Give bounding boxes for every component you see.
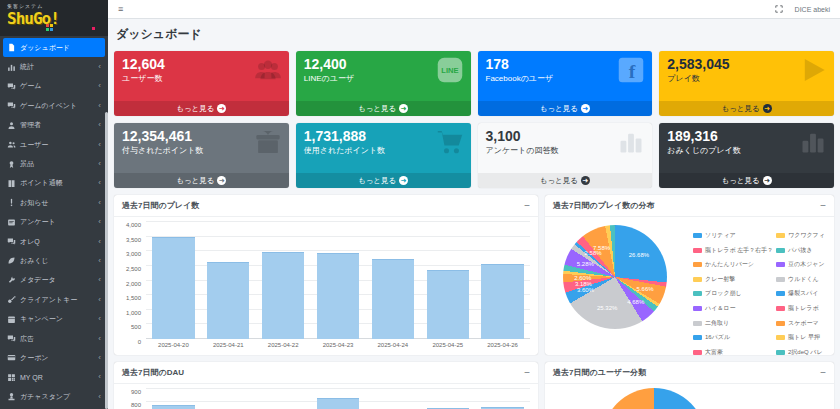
sidebar-item-users[interactable]: ユーザー‹: [3, 135, 105, 154]
legend-swatch: [776, 248, 785, 253]
legend-item[interactable]: ウルドくん: [776, 275, 825, 284]
sidebar-item-myqr[interactable]: MY QR‹: [3, 368, 105, 387]
card-points-used: 1,731,888使用されたポイント数もっと見る➜: [296, 123, 471, 188]
legend-label: 2択deQ バレ: [788, 348, 823, 355]
pie-percentage-label: 2.60%: [574, 275, 591, 281]
pie-percentage-label: 3.60%: [577, 287, 594, 293]
legend-label: ソリティア: [705, 231, 736, 240]
sidebar-item-point-book[interactable]: ポイント通帳‹: [3, 174, 105, 193]
card-more-link[interactable]: もっと見る➜: [114, 101, 289, 116]
sidebar-item-prizes[interactable]: 景品‹: [3, 154, 105, 173]
chevron-left-icon: ‹: [98, 373, 101, 381]
legend-item[interactable]: 豆の木ジャン: [776, 260, 825, 269]
legend-swatch: [693, 291, 702, 296]
card-line-users: 12,400LINEのユーザLINEもっと見る➜: [296, 51, 471, 116]
comments-icon: [7, 82, 16, 91]
arrow-circle-icon: ➜: [763, 104, 772, 113]
legend-label: 爆裂スパイ: [788, 289, 818, 298]
legend-swatch: [776, 306, 785, 311]
chevron-left-icon: ‹: [98, 141, 101, 149]
sidebar-item-client-key[interactable]: クライアントキー‹: [3, 290, 105, 309]
legend-swatch: [776, 321, 785, 326]
legend-label: かんたんリバーシ: [705, 260, 754, 269]
card-more-link[interactable]: もっと見る➜: [296, 173, 471, 188]
bar: [262, 252, 304, 339]
bar: [481, 264, 523, 339]
sidebar-item-game[interactable]: ゲーム‹: [3, 77, 105, 96]
card-more-link[interactable]: もっと見る➜: [659, 173, 834, 188]
sidebar-item-label: ユーザー: [20, 140, 48, 150]
sidebar-item-stats[interactable]: 統計‹: [3, 57, 105, 76]
legend-item[interactable]: ハイ＆ロー: [693, 304, 773, 313]
sidebar-item-oreq[interactable]: オレQ‹: [3, 232, 105, 251]
legend-item[interactable]: パパ抜き: [776, 246, 825, 255]
arrow-circle-icon: ➜: [399, 176, 408, 185]
pie-percentage-label: 2.58%: [585, 250, 602, 256]
hamburger-icon[interactable]: ≡: [118, 5, 123, 14]
sidebar-item-label: MY QR: [20, 374, 43, 381]
app-window: 集客システム ShuGo! ダッシュボード統計‹ゲーム‹ゲームのイベント‹管理者…: [0, 0, 840, 409]
expand-arrows-icon[interactable]: [775, 5, 783, 13]
more-label: もっと見る: [176, 104, 214, 114]
legend-item[interactable]: ソリティア: [693, 231, 773, 240]
card-more-link[interactable]: もっと見る➜: [478, 101, 653, 116]
legend-item[interactable]: スケボーマ: [776, 319, 825, 328]
plot-area: [146, 389, 530, 409]
card-facebook-users: 178Facebookのユーザfもっと見る➜: [478, 51, 653, 116]
chart-plays-7days: 4,0003,5003,0002,5002,0001,5001,00050002…: [114, 217, 538, 355]
legend-item[interactable]: 16パズル: [693, 333, 773, 342]
logo[interactable]: 集客システム ShuGo!: [0, 0, 108, 36]
legend-item[interactable]: ブロック崩し: [693, 289, 773, 298]
sidebar-item-coupon[interactable]: クーポン‹: [3, 348, 105, 367]
sidebar-item-metadata[interactable]: メタデータ‹: [3, 271, 105, 290]
card-more-link[interactable]: もっと見る➜: [114, 173, 289, 188]
sidebar-item-label: メタデータ: [20, 275, 56, 285]
minimize-icon[interactable]: −: [524, 370, 530, 376]
legend-item[interactable]: 脳トレラボ: [776, 304, 825, 313]
card-more-link[interactable]: もっと見る➜: [478, 173, 653, 188]
sidebar-item-game-events[interactable]: ゲームのイベント‹: [3, 96, 105, 115]
chevron-left-icon: ‹: [98, 102, 101, 110]
legend-swatch: [693, 233, 702, 238]
sidebar-item-campaign[interactable]: キャンペーン‹: [3, 309, 105, 328]
chevron-left-icon: ‹: [98, 160, 101, 168]
gift-icon: [253, 128, 283, 156]
legend-label: 大富豪: [705, 348, 723, 355]
award-icon: [7, 160, 16, 169]
minimize-icon[interactable]: −: [524, 203, 530, 209]
legend-item[interactable]: 爆裂スパイ: [776, 289, 825, 298]
card-omikuji-plays: 189,316おみくじのプレイ数もっと見る➜: [659, 123, 834, 188]
legend-item[interactable]: 大富豪: [693, 348, 773, 355]
file-icon: [7, 43, 16, 52]
chevron-left-icon: ‹: [98, 354, 101, 362]
minimize-icon[interactable]: −: [820, 203, 826, 209]
sidebar-menu: ダッシュボード統計‹ゲーム‹ゲームのイベント‹管理者‹ユーザー‹景品‹ポイント通…: [0, 36, 108, 406]
user-name[interactable]: DICE abeki: [795, 6, 830, 13]
legend-item[interactable]: クレー射撃: [693, 275, 773, 284]
legend-item[interactable]: 脳トレ 早押: [776, 333, 825, 342]
legend-item[interactable]: かんたんリバーシ: [693, 260, 773, 269]
sidebar-item-dashboard[interactable]: ダッシュボード: [3, 38, 105, 57]
sidebar-scrollbar[interactable]: [105, 112, 108, 409]
sidebar-item-gacha-stamp[interactable]: ガチャスタンプ‹: [3, 387, 105, 406]
sidebar-item-news[interactable]: お知らせ‹: [3, 193, 105, 212]
panel-dau-7days: 過去7日間のDAU − 9008007006005004003002001000: [114, 362, 538, 409]
card-more-link[interactable]: もっと見る➜: [659, 101, 834, 116]
legend-label: ブロック崩し: [705, 289, 742, 298]
comments-icon: [7, 101, 16, 110]
sidebar-item-omikuji[interactable]: おみくじ‹: [3, 251, 105, 270]
legend-item[interactable]: 脳トレラボ 左手？右手？: [693, 246, 773, 255]
minimize-icon[interactable]: −: [820, 370, 826, 376]
legend-swatch: [693, 350, 702, 355]
card-more-link[interactable]: もっと見る➜: [296, 101, 471, 116]
sidebar-item-label: アンケート: [20, 217, 56, 227]
y-axis: 9008007006005004003002001000: [122, 389, 146, 409]
sidebar-item-ads[interactable]: 広告‹: [3, 329, 105, 348]
sidebar-item-survey[interactable]: アンケート‹: [3, 213, 105, 232]
sidebar-item-admins[interactable]: 管理者‹: [3, 116, 105, 135]
legend-item[interactable]: 二角取り: [693, 319, 773, 328]
svg-text:f: f: [629, 60, 636, 82]
legend-item[interactable]: 2択deQ バレ: [776, 348, 825, 355]
more-label: もっと見る: [358, 176, 396, 186]
legend-item[interactable]: ワクワクフィ: [776, 231, 825, 240]
